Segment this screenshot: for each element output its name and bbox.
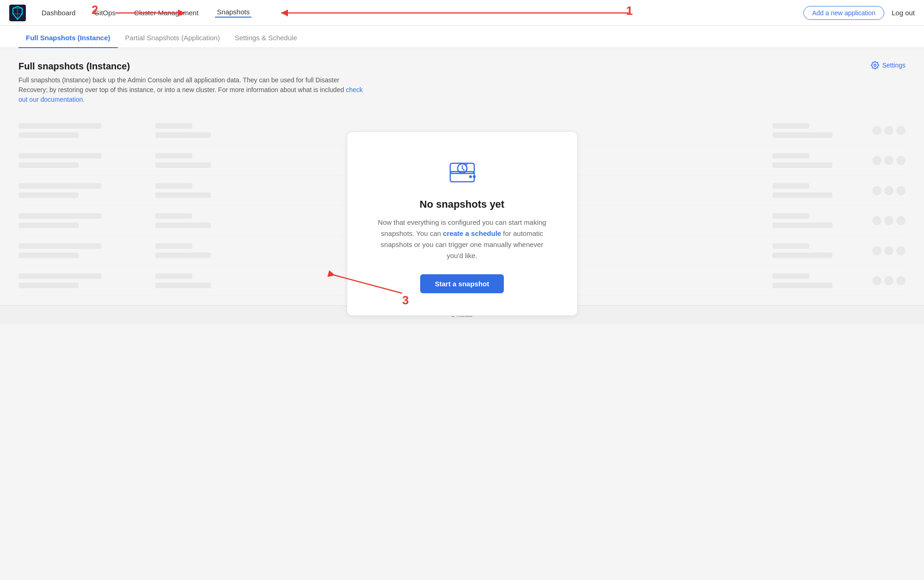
settings-link[interactable]: Settings (871, 61, 906, 69)
section-description: Full snapshots (Instance) back up the Ad… (18, 75, 370, 105)
section-header: Full snapshots (Instance) Full snapshots… (18, 61, 906, 105)
empty-state-description: Now that everything is configured you ca… (377, 217, 548, 261)
app-logo (9, 5, 26, 21)
nav-link-cluster[interactable]: Cluster Management (132, 9, 200, 17)
tab-settings-schedule[interactable]: Settings & Schedule (227, 34, 305, 48)
nav-link-snapshots[interactable]: Snapshots (215, 8, 251, 18)
nav-link-gitops[interactable]: GitOps (92, 9, 117, 17)
section-info: Full snapshots (Instance) Full snapshots… (18, 61, 370, 105)
svg-point-6 (469, 175, 472, 178)
tab-partial-snapshots[interactable]: Partial Snapshots (Application) (118, 34, 227, 48)
create-schedule-link[interactable]: create a schedule (443, 229, 501, 237)
section-title: Full snapshots (Instance) (18, 61, 370, 72)
sub-tabs: Full Snapshots (Instance) Partial Snapsh… (0, 26, 924, 48)
add-new-application-button[interactable]: Add a new application (803, 6, 884, 20)
settings-icon (871, 61, 879, 69)
svg-point-7 (473, 175, 476, 178)
empty-state-container: No snapshots yet Now that everything is … (347, 131, 578, 316)
snapshot-icon (446, 154, 479, 187)
nav-links: Dashboard GitOps Cluster Management Snap… (40, 8, 803, 18)
main-content: Full snapshots (Instance) Full snapshots… (0, 48, 924, 305)
settings-label: Settings (882, 62, 906, 69)
top-nav: Dashboard GitOps Cluster Management Snap… (0, 0, 924, 26)
tab-full-snapshots[interactable]: Full Snapshots (Instance) (18, 34, 118, 48)
nav-link-dashboard[interactable]: Dashboard (40, 9, 77, 17)
empty-state-title: No snapshots yet (377, 198, 548, 210)
svg-point-3 (874, 64, 876, 67)
logout-button[interactable]: Log out (892, 9, 915, 17)
start-snapshot-button[interactable]: Start a snapshot (420, 274, 504, 293)
empty-state-icon (377, 154, 548, 189)
nav-right: Add a new application Log out (803, 6, 915, 20)
empty-state-card: No snapshots yet Now that everything is … (347, 131, 578, 316)
